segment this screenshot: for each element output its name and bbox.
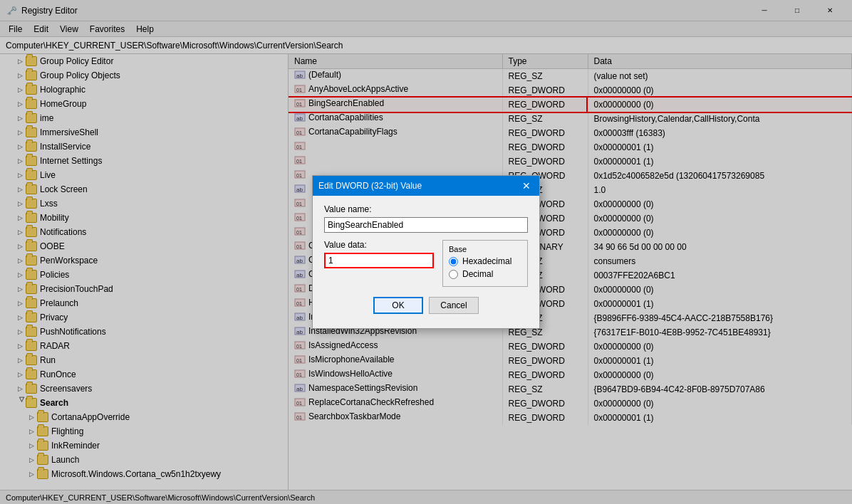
decimal-radio[interactable] — [449, 270, 458, 279]
decimal-label: Decimal — [462, 269, 493, 279]
dialog-titlebar: Edit DWORD (32-bit) Value ✕ — [313, 176, 539, 196]
dialog-close-button[interactable]: ✕ — [519, 179, 534, 193]
dialog-buttons: OK Cancel — [324, 294, 528, 320]
base-group-label: Base — [449, 245, 520, 253]
hexadecimal-radio[interactable] — [449, 257, 458, 266]
dialog-row: Value data: Base Hexadecimal Decimal — [324, 240, 528, 287]
value-name-label: Value name: — [324, 204, 528, 214]
value-data-input[interactable] — [324, 253, 434, 268]
ok-button[interactable]: OK — [373, 297, 423, 314]
base-group: Base Hexadecimal Decimal — [442, 240, 528, 287]
hexadecimal-label: Hexadecimal — [462, 256, 511, 266]
value-name-input[interactable] — [324, 217, 528, 233]
decimal-radio-row: Decimal — [449, 269, 520, 279]
cancel-button[interactable]: Cancel — [429, 297, 479, 314]
base-section: Base Hexadecimal Decimal — [442, 240, 528, 287]
value-data-section: Value data: — [324, 240, 434, 287]
hexadecimal-radio-row: Hexadecimal — [449, 256, 520, 266]
modal-overlay: Edit DWORD (32-bit) Value ✕ Value name: … — [0, 0, 852, 504]
edit-dword-dialog: Edit DWORD (32-bit) Value ✕ Value name: … — [312, 175, 540, 329]
value-data-label: Value data: — [324, 240, 434, 250]
dialog-body: Value name: Value data: Base Hexadecimal — [313, 196, 539, 328]
dialog-title: Edit DWORD (32-bit) Value — [318, 181, 422, 191]
